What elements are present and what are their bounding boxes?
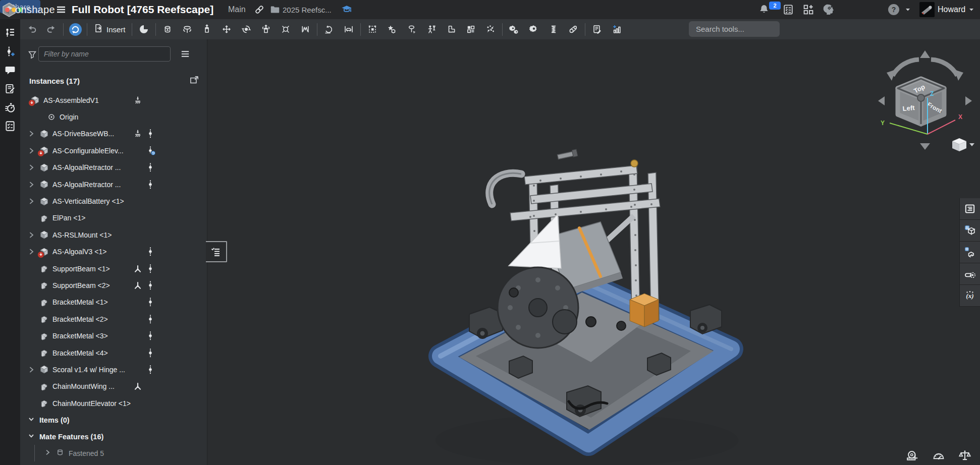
dots-icon[interactable]: [147, 348, 153, 358]
search-tools-input[interactable]: [689, 21, 780, 37]
list-view-icon[interactable]: [180, 48, 191, 62]
bom-cube-icon[interactable]: [960, 220, 980, 242]
tripod-icon[interactable]: [133, 382, 142, 391]
chevron-down-icon[interactable]: [27, 432, 35, 441]
rotate-tool-icon[interactable]: [68, 22, 83, 37]
redo-icon[interactable]: [44, 22, 59, 37]
dots-icon[interactable]: [147, 129, 153, 139]
ball-mate-icon[interactable]: [239, 22, 254, 37]
spring-icon[interactable]: [546, 22, 561, 37]
undo-icon[interactable]: [24, 22, 39, 37]
panel-collapse-handle[interactable]: [206, 241, 227, 262]
fastened-mate-icon[interactable]: [160, 22, 175, 37]
folder-icon[interactable]: [269, 0, 281, 19]
view-mode-caret-icon[interactable]: [969, 143, 974, 146]
tripod-icon[interactable]: [133, 264, 142, 273]
notification-badge[interactable]: 2: [769, 2, 781, 10]
hamburger-menu-icon[interactable]: [56, 0, 67, 19]
mate-connector-add-icon[interactable]: [1, 43, 19, 60]
ground-icon[interactable]: [133, 96, 142, 105]
section-view-icon[interactable]: [136, 22, 151, 37]
exploded-view-icon[interactable]: [483, 22, 498, 37]
tree-row[interactable]: BracketMetal <1>: [20, 294, 207, 311]
revolute-mate-icon[interactable]: [180, 22, 195, 37]
tree-row[interactable]: ChainMountWing ...: [20, 378, 207, 395]
tree-row[interactable]: AS-AlgoalRetractor ...: [20, 176, 207, 193]
dots-icon[interactable]: [147, 331, 153, 341]
workspace-name[interactable]: Main: [228, 0, 246, 19]
tree-row[interactable]: AS-AssembledV1: [20, 92, 207, 108]
dots-icon[interactable]: [147, 297, 153, 307]
3d-viewport[interactable]: Top Left Front Z X Y: [207, 39, 980, 465]
drive-icon[interactable]: [341, 22, 356, 37]
chevron-right-icon[interactable]: [27, 366, 39, 374]
ground-icon[interactable]: [133, 129, 142, 138]
analytics-icon[interactable]: [609, 22, 624, 37]
notes-icon[interactable]: [1, 80, 19, 97]
comment-icon[interactable]: [1, 62, 19, 78]
arrow-right[interactable]: [965, 96, 972, 105]
avatar[interactable]: [919, 2, 935, 17]
dots-icon[interactable]: [147, 264, 153, 274]
gear-icon[interactable]: [526, 22, 541, 37]
revert-icon[interactable]: [321, 22, 337, 37]
protractor-icon[interactable]: [932, 449, 946, 463]
dots-icon[interactable]: [147, 280, 153, 290]
gear-pair-icon[interactable]: [507, 22, 522, 37]
arrow-left[interactable]: [878, 96, 885, 105]
tree-row[interactable]: Origin: [20, 108, 207, 125]
tree-row[interactable]: AS-ConfigurableElev...: [20, 142, 207, 159]
view-cube-corner[interactable]: [917, 94, 924, 101]
chevron-right-icon[interactable]: [27, 181, 39, 189]
variables-icon[interactable]: (x): [960, 285, 980, 307]
view-cube[interactable]: Top Left Front Z X Y: [875, 44, 975, 153]
tree-row[interactable]: AS-AlgoalRetractor ...: [20, 159, 207, 176]
belt-icon[interactable]: [566, 22, 581, 37]
mass-properties-icon[interactable]: [958, 449, 972, 463]
dof-icon[interactable]: [960, 263, 980, 285]
tree-row[interactable]: SupportBeam <1>: [20, 260, 207, 277]
help-caret-icon[interactable]: [904, 0, 911, 19]
chevron-right-icon[interactable]: [27, 197, 39, 205]
tree-row[interactable]: BracketMetal <4>: [20, 344, 207, 361]
tree-row[interactable]: ElPan <1>: [20, 210, 207, 226]
user-name[interactable]: Howard: [938, 0, 965, 19]
cylindrical-mate-icon[interactable]: [258, 22, 274, 37]
ai-advisor-icon[interactable]: [823, 0, 836, 19]
chevron-right-icon[interactable]: [27, 163, 39, 171]
marquee-select-icon[interactable]: [365, 22, 380, 37]
insert-instance-icon[interactable]: [189, 75, 200, 88]
dots-icon[interactable]: [147, 162, 153, 172]
learning-cap-icon[interactable]: [341, 0, 353, 19]
chevron-down-icon[interactable]: [27, 415, 35, 425]
pin-icon[interactable]: [404, 22, 419, 37]
apps-icon[interactable]: [802, 0, 814, 19]
tree-row[interactable]: AS-VerticalBattery <1>: [20, 193, 207, 209]
tasks-icon[interactable]: [782, 0, 794, 19]
tree-row[interactable]: SupportBeam <2>: [20, 277, 207, 294]
view-cube-left-label[interactable]: Left: [902, 104, 915, 112]
tree-row[interactable]: AS-RSLMount <1>: [20, 226, 207, 243]
mate-feature-row[interactable]: Fastened 5: [20, 445, 230, 461]
tree-row[interactable]: AS-AlgoalV3 <1>: [20, 244, 207, 260]
help-icon[interactable]: ?: [887, 0, 900, 19]
bell-icon[interactable]: [758, 0, 770, 19]
tripod-icon[interactable]: [133, 281, 142, 290]
chevron-right-icon[interactable]: [27, 130, 39, 138]
tape-measure-icon[interactable]: [905, 449, 919, 463]
elbow-icon[interactable]: [444, 22, 459, 37]
close-button[interactable]: [5, 8, 10, 12]
arrow-down[interactable]: [920, 143, 930, 150]
link-icon[interactable]: [254, 0, 265, 19]
configuration-icon[interactable]: [960, 242, 980, 263]
folder-name[interactable]: 2025 Reefsc...: [283, 0, 332, 19]
bom-edit-icon[interactable]: [589, 22, 605, 37]
appearance-icon[interactable]: [385, 22, 400, 37]
width-mate-icon[interactable]: [298, 22, 313, 37]
pattern-icon[interactable]: [463, 22, 478, 37]
dots-icon[interactable]: [147, 180, 153, 190]
chevron-right-icon[interactable]: [27, 231, 39, 239]
view-mode-cube-icon[interactable]: [952, 138, 966, 151]
tree-row[interactable]: BracketMetal <3>: [20, 327, 207, 344]
items-section[interactable]: Items (0): [20, 412, 214, 428]
